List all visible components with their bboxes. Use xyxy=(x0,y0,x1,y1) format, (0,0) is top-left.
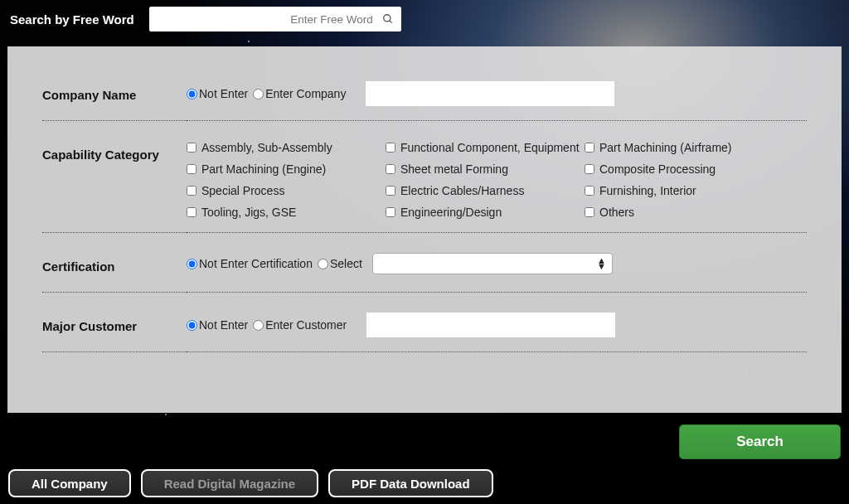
top-search-bar: Search by Free Word xyxy=(0,0,849,38)
read-magazine-button[interactable]: Read Digital Magazine xyxy=(141,469,318,497)
company-enter-radio[interactable]: Enter Company xyxy=(253,87,346,100)
cap-check-9[interactable] xyxy=(187,207,196,217)
major-customer-row: Major Customer Not Enter Enter Customer xyxy=(42,313,807,352)
cap-check-5[interactable] xyxy=(585,164,594,174)
cap-check-2[interactable] xyxy=(585,143,594,153)
certification-row: Certification Not Enter Certification Se… xyxy=(42,253,807,293)
cert-not-enter-radio[interactable]: Not Enter Certification xyxy=(187,257,313,270)
company-enter-label: Enter Company xyxy=(265,87,346,100)
customer-input[interactable] xyxy=(366,313,615,337)
cap-label: Tooling, Jigs, GSE xyxy=(201,206,296,219)
capability-row: Capability Category Assembly, Sub-Assemb… xyxy=(42,141,807,233)
capability-checkbox[interactable]: Furnishing, Interior xyxy=(585,184,784,197)
cert-select-radio-input[interactable] xyxy=(318,259,328,269)
cap-label: Part Machining (Airframe) xyxy=(599,141,732,154)
cap-check-1[interactable] xyxy=(386,143,395,153)
free-word-input[interactable] xyxy=(149,7,401,32)
customer-not-enter-radio-input[interactable] xyxy=(187,320,197,331)
capability-checkbox[interactable]: Others xyxy=(585,206,784,219)
cap-label: Functional Component, Equipment xyxy=(400,141,580,154)
certification-select[interactable] xyxy=(372,253,613,274)
cap-check-11[interactable] xyxy=(585,207,594,217)
free-word-search-wrap xyxy=(149,7,401,32)
customer-not-enter-label: Not Enter xyxy=(199,318,248,332)
company-name-label: Company Name xyxy=(42,83,187,102)
company-not-enter-label: Not Enter xyxy=(199,87,248,100)
company-name-row: Company Name Not Enter Enter Company xyxy=(42,81,807,121)
cert-select-radio[interactable]: Select xyxy=(318,257,362,270)
cap-label: Special Process xyxy=(201,184,284,197)
cap-label: Furnishing, Interior xyxy=(599,184,696,197)
cap-check-3[interactable] xyxy=(187,164,196,174)
capability-checkbox[interactable]: Part Machining (Airframe) xyxy=(585,141,784,154)
cap-check-0[interactable] xyxy=(187,143,196,153)
cap-label: Part Machining (Engine) xyxy=(201,162,326,176)
free-word-label: Search by Free Word xyxy=(10,12,134,27)
footer-buttons: All Company Read Digital Magazine PDF Da… xyxy=(0,459,849,497)
capability-checkbox[interactable]: Functional Component, Equipment xyxy=(386,141,585,154)
customer-label: Major Customer xyxy=(42,314,187,333)
action-bar: Search xyxy=(0,413,849,459)
cap-check-4[interactable] xyxy=(386,164,395,174)
cert-select-label: Select xyxy=(330,257,362,270)
capability-checkbox[interactable]: Sheet metal Forming xyxy=(386,162,585,176)
capability-checkbox[interactable]: Engineering/Design xyxy=(386,206,585,219)
cap-check-6[interactable] xyxy=(187,186,196,196)
cap-label: Others xyxy=(599,206,634,219)
capability-label: Capability Category xyxy=(42,143,187,162)
capability-checkbox[interactable]: Electric Cables/Harness xyxy=(386,184,585,197)
cap-label: Composite Processing xyxy=(599,162,716,176)
search-form-panel: Company Name Not Enter Enter Company Cap… xyxy=(7,46,842,413)
capability-checkbox[interactable]: Part Machining (Engine) xyxy=(187,162,386,176)
capability-checkbox[interactable]: Special Process xyxy=(187,184,386,197)
cert-not-enter-radio-input[interactable] xyxy=(187,259,197,269)
cap-label: Sheet metal Forming xyxy=(400,162,508,176)
capability-checkbox[interactable]: Tooling, Jigs, GSE xyxy=(187,206,386,219)
search-button[interactable]: Search xyxy=(679,424,841,459)
cap-label: Assembly, Sub-Assembly xyxy=(201,141,332,154)
capability-grid: Assembly, Sub-Assembly Functional Compon… xyxy=(187,141,807,219)
all-company-button[interactable]: All Company xyxy=(8,469,131,497)
cert-not-enter-label: Not Enter Certification xyxy=(199,257,313,270)
customer-enter-label: Enter Customer xyxy=(265,318,347,332)
certification-label: Certification xyxy=(42,254,187,274)
cap-check-8[interactable] xyxy=(585,186,594,196)
cap-check-7[interactable] xyxy=(386,186,395,196)
pdf-download-button[interactable]: PDF Data Download xyxy=(328,469,493,497)
capability-checkbox[interactable]: Composite Processing xyxy=(585,162,784,176)
capability-checkbox[interactable]: Assembly, Sub-Assembly xyxy=(187,141,386,154)
company-not-enter-radio[interactable]: Not Enter xyxy=(187,87,248,100)
company-name-input[interactable] xyxy=(366,81,614,106)
cap-check-10[interactable] xyxy=(386,207,395,217)
customer-enter-radio-input[interactable] xyxy=(253,320,264,331)
cap-label: Electric Cables/Harness xyxy=(400,184,524,197)
company-enter-radio-input[interactable] xyxy=(253,89,264,99)
customer-not-enter-radio[interactable]: Not Enter xyxy=(187,318,248,332)
cert-select-wrap: ▲▼ xyxy=(372,253,613,274)
company-not-enter-radio-input[interactable] xyxy=(187,89,197,99)
cap-label: Engineering/Design xyxy=(400,206,502,219)
customer-enter-radio[interactable]: Enter Customer xyxy=(253,318,347,332)
